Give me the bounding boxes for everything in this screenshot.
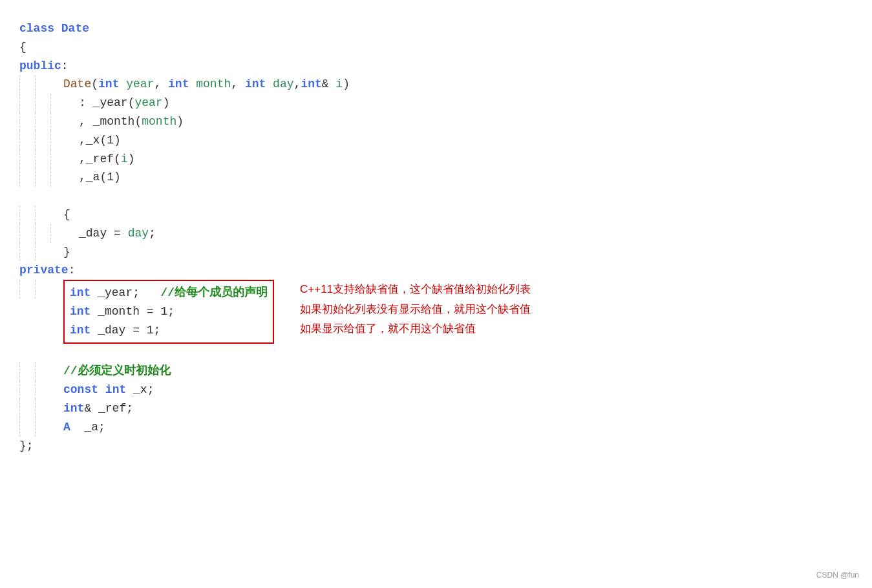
guide19 (35, 205, 50, 224)
closing-brace: }; (19, 437, 34, 456)
guide25 (19, 280, 35, 299)
guide26 (35, 280, 50, 299)
line-end: }; (19, 437, 853, 456)
line-day-assign: _day = day; (19, 224, 853, 243)
guide18 (19, 205, 35, 224)
guide32 (35, 399, 50, 418)
guide11 (50, 131, 66, 150)
comment-must: //必须定义时初始化 (63, 362, 171, 381)
guide17 (50, 168, 66, 187)
annotation-line3: 如果显示给值了，就不用这个缺省值 (300, 319, 531, 339)
red-box-members: int _year; //给每个成员的声明 int _month = 1; in… (63, 280, 274, 343)
guide20 (19, 224, 35, 243)
line-init-month: , _month(month) (19, 112, 853, 131)
line-init-a: ,_a(1) (19, 168, 853, 187)
keyword-public: public (19, 57, 61, 76)
code-container: class Date { public: Date(int year, int … (19, 13, 853, 455)
guide27 (19, 362, 35, 381)
guide33 (19, 418, 35, 437)
annotation-line1: C++11支持给缺省值，这个缺省值给初始化列表 (300, 280, 531, 300)
line-a-decl: A _a; (19, 418, 853, 437)
guide30 (35, 381, 50, 399)
line-day-decl: int _day = 1; (70, 321, 268, 340)
guide6 (19, 112, 35, 131)
guide28 (35, 362, 50, 381)
guide8 (50, 112, 66, 131)
line-empty1 (19, 187, 853, 205)
guide22 (50, 224, 66, 243)
guide7 (35, 112, 50, 131)
guide21 (35, 224, 50, 243)
guide15 (19, 168, 35, 187)
line-init-ref: ,_ref(i) (19, 150, 853, 169)
line-comment-must: //必须定义时初始化 (19, 362, 853, 381)
annotation-text: C++11支持给缺省值，这个缺省值给初始化列表 如果初始化列表没有显示给值，就用… (300, 280, 531, 339)
line-ref-decl: int& _ref; (19, 399, 853, 418)
line-month-decl: int _month = 1; (70, 302, 268, 321)
line-public: public: (19, 57, 853, 76)
guide31 (19, 399, 35, 418)
guide14 (50, 150, 66, 169)
guide13 (35, 150, 50, 169)
line-open-brace: { (19, 38, 853, 57)
guide2 (35, 75, 50, 94)
guide9 (19, 131, 35, 150)
guide24 (35, 243, 50, 262)
brace-open: { (19, 38, 27, 57)
guide29 (19, 381, 35, 399)
guide1 (19, 75, 35, 94)
line-private: private: (19, 261, 853, 280)
line-body-open: { (19, 205, 853, 224)
annotation-area: int _year; //给每个成员的声明 int _month = 1; in… (19, 280, 853, 343)
line-const-x: const int _x; (19, 381, 853, 399)
line-init-year: : _year(year) (19, 94, 853, 112)
keyword-class: class Date (19, 19, 89, 38)
guide12 (19, 150, 35, 169)
annotation-line2: 如果初始化列表没有显示给值，就用这个缺省值 (300, 300, 531, 320)
guide4 (35, 94, 50, 112)
guide10 (35, 131, 50, 150)
line-constructor: Date(int year, int month, int day,int& i… (19, 75, 853, 94)
line-year-decl: int _year; //给每个成员的声明 (70, 284, 268, 302)
watermark: CSDN @fun (816, 569, 859, 582)
guide23 (19, 243, 35, 262)
line-class: class Date (19, 19, 853, 38)
line-init-x: ,_x(1) (19, 131, 853, 150)
guide34 (35, 418, 50, 437)
line-empty2 (19, 344, 853, 362)
line-body-close: } (19, 243, 853, 262)
guide16 (35, 168, 50, 187)
constructor-name: Date (63, 75, 91, 94)
guide3 (19, 94, 35, 112)
guide5 (50, 94, 66, 112)
keyword-private: private (19, 261, 69, 280)
